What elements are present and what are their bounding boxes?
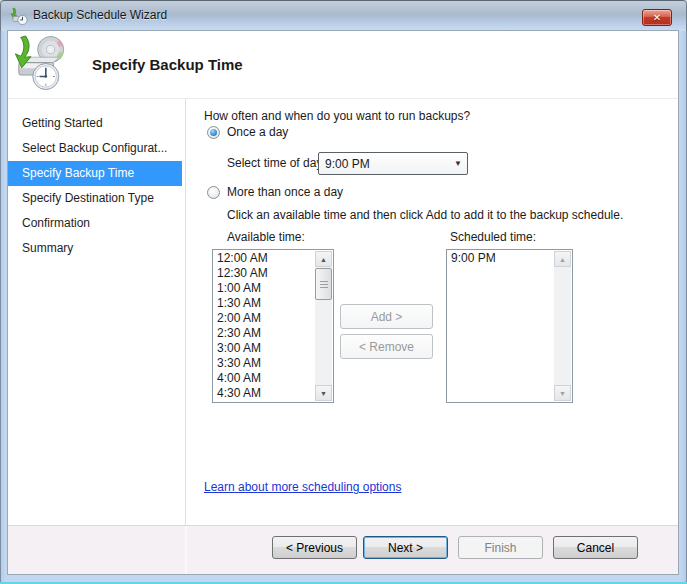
remove-button[interactable]: < Remove	[340, 334, 433, 359]
frequency-question: How often and when do you want to run ba…	[204, 109, 470, 123]
close-button[interactable]: ✕	[642, 9, 672, 26]
previous-button[interactable]: < Previous	[272, 536, 357, 559]
scheduled-time-listbox[interactable]: 9:00 PM ▲ ▼	[446, 249, 573, 403]
select-time-label: Select time of day:	[227, 156, 326, 170]
add-time-instruction: Click an available time and then click A…	[227, 208, 623, 222]
scroll-down-icon[interactable]: ▼	[554, 385, 571, 401]
scrollbar-thumb[interactable]	[315, 268, 332, 300]
once-a-day-option[interactable]: Once a day	[207, 125, 288, 139]
available-time-label: Available time:	[227, 230, 305, 244]
backup-schedule-icon	[14, 34, 68, 92]
more-than-once-option[interactable]: More than once a day	[207, 185, 343, 199]
more-than-once-radio[interactable]	[207, 186, 220, 199]
page-title: Specify Backup Time	[92, 31, 243, 98]
step-select-backup-configuration: Select Backup Configurat...	[8, 136, 185, 161]
once-a-day-radio[interactable]	[207, 126, 220, 139]
finish-button[interactable]: Finish	[458, 536, 543, 559]
time-of-day-dropdown[interactable]: 9:00 PM ▼	[318, 152, 468, 175]
next-button[interactable]: Next >	[363, 536, 448, 559]
step-summary: Summary	[8, 236, 185, 261]
wizard-header: Specify Backup Time	[8, 31, 678, 99]
scroll-up-icon[interactable]: ▲	[315, 251, 332, 267]
footer-divider	[185, 526, 187, 574]
cancel-button[interactable]: Cancel	[553, 536, 638, 559]
window-title: Backup Schedule Wizard	[33, 1, 167, 30]
wizard-footer: < Previous Next > Finish Cancel	[8, 525, 678, 574]
available-time-scrollbar[interactable]: ▲ ▼	[315, 251, 332, 401]
time-of-day-value: 9:00 PM	[319, 157, 449, 171]
close-icon: ✕	[653, 13, 661, 23]
scroll-up-icon[interactable]: ▲	[554, 251, 571, 267]
scroll-down-icon[interactable]: ▼	[315, 385, 332, 401]
step-confirmation: Confirmation	[8, 211, 185, 236]
wizard-app-icon	[10, 7, 28, 26]
title-bar[interactable]: Backup Schedule Wizard ✕	[0, 0, 687, 31]
scheduled-time-item[interactable]: 9:00 PM	[448, 251, 571, 266]
step-specify-backup-time: Specify Backup Time	[8, 161, 182, 186]
add-button[interactable]: Add >	[340, 304, 433, 329]
scheduled-time-scrollbar[interactable]: ▲ ▼	[554, 251, 571, 401]
more-than-once-label: More than once a day	[227, 185, 343, 199]
wizard-steps-sidebar: Getting Started Select Backup Configurat…	[8, 99, 186, 525]
scheduled-time-label: Scheduled time:	[450, 230, 536, 244]
chevron-down-icon: ▼	[449, 159, 467, 168]
wizard-page-content: How often and when do you want to run ba…	[187, 99, 678, 525]
available-time-listbox[interactable]: 12:00 AM 12:30 AM 1:00 AM 1:30 AM 2:00 A…	[212, 249, 334, 403]
scheduling-options-link[interactable]: Learn about more scheduling options	[204, 480, 401, 494]
wizard-window: Backup Schedule Wizard ✕	[0, 0, 687, 584]
wizard-client-area: Specify Backup Time Getting Started Sele…	[8, 31, 678, 574]
step-getting-started: Getting Started	[8, 111, 185, 136]
once-a-day-label: Once a day	[227, 125, 288, 139]
step-specify-destination-type: Specify Destination Type	[8, 186, 185, 211]
